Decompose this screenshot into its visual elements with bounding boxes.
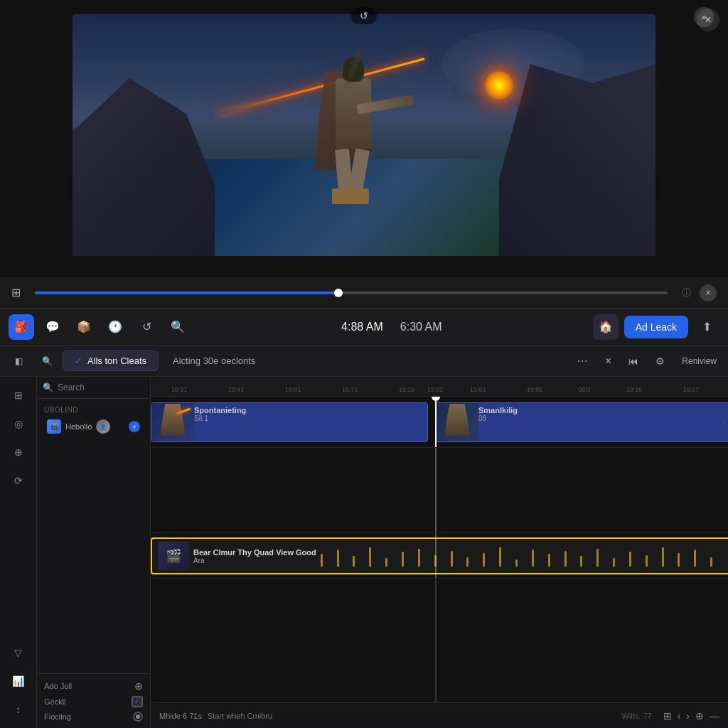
track-assets-icon[interactable]: ◧ bbox=[6, 348, 31, 374]
progress-handle[interactable] bbox=[334, 289, 343, 297]
geckll-label: Geckll bbox=[44, 697, 127, 706]
bottom-add-button[interactable]: ⊕ bbox=[695, 710, 704, 722]
track-search-bar: 🔍 bbox=[37, 377, 150, 399]
chat-icon-button[interactable]: 💬 bbox=[40, 314, 65, 340]
fiocling-label: Fiocling bbox=[44, 712, 129, 721]
grid-icon[interactable]: ⊞ bbox=[11, 286, 21, 299]
record-dot bbox=[136, 714, 140, 719]
sidebar-icon-cursor[interactable]: ↕ bbox=[6, 697, 31, 722]
playhead-2 bbox=[435, 448, 437, 532]
tabs-bar: ◧ 🔍 ✓ Alls ton Cleats Alcting 30e oeclon… bbox=[0, 346, 728, 377]
bottom-minus-button[interactable]: — bbox=[710, 710, 719, 722]
add-track-button[interactable]: Ad Leack bbox=[624, 316, 688, 338]
geckll-checkbox[interactable]: ✓ bbox=[132, 696, 143, 707]
progress-fill bbox=[35, 291, 338, 294]
preview-button[interactable]: Reniview bbox=[676, 353, 722, 369]
preview-top-controls: ↺ bbox=[351, 7, 377, 24]
track-list: Ubolind 🎬 Hebollo 👤 + bbox=[37, 399, 150, 673]
track-add-roll-row: Ado Joll ⊕ bbox=[44, 678, 143, 694]
sidebar-icon-refresh[interactable]: ⟳ bbox=[6, 468, 31, 493]
clip-subtitle-2: 08 bbox=[441, 414, 728, 422]
track-search-input[interactable] bbox=[58, 382, 164, 392]
track-add-button[interactable]: + bbox=[129, 421, 140, 432]
time-current: 4:88 AM bbox=[341, 321, 383, 333]
modal-close-button[interactable]: × bbox=[697, 9, 719, 31]
sidebar-icon-chart[interactable]: 📊 bbox=[6, 668, 31, 694]
video-controls-bar: ⊞ ⓘ × bbox=[0, 277, 728, 309]
empty-track-row-1 bbox=[151, 448, 728, 533]
fiocling-record[interactable] bbox=[133, 712, 143, 722]
refresh-icon-button[interactable]: ↺ bbox=[134, 314, 159, 340]
start-label: Start wheh Cmibru bbox=[208, 712, 616, 720]
audio-thumbnail: 🎬 bbox=[158, 542, 189, 570]
tabs-settings-button[interactable]: ⚙ bbox=[650, 353, 670, 370]
ruler-mark-5: 15:02 bbox=[427, 386, 444, 393]
audio-waveform bbox=[321, 545, 727, 567]
tab-check-icon: ✓ bbox=[75, 355, 82, 366]
tabs-prev-button[interactable]: ⏮ bbox=[623, 353, 644, 370]
progress-bar[interactable] bbox=[35, 291, 668, 294]
video-track-row: Spontanieting Sit 1 Smanlkilig 08 bbox=[151, 397, 728, 448]
bottom-next-button[interactable]: › bbox=[686, 710, 690, 722]
tab1-label: Alls ton Cleats bbox=[87, 355, 146, 366]
playhead-4 bbox=[435, 579, 437, 702]
ruler-mark-9: 10:16 bbox=[626, 386, 643, 393]
sidebar-icon-target[interactable]: ◎ bbox=[6, 411, 31, 437]
search-icon-button[interactable]: 🔍 bbox=[165, 314, 191, 340]
ruler-mark-3: 16:71 bbox=[342, 386, 358, 393]
bag-icon-button[interactable]: 🎒 bbox=[9, 314, 34, 340]
ruler-mark-1: 10:41 bbox=[228, 386, 245, 393]
track-group-video: Ubolind 🎬 Hebollo 👤 + bbox=[37, 402, 150, 441]
track-item-icon: 🎬 bbox=[47, 419, 61, 434]
info-icon: ⓘ bbox=[682, 287, 691, 299]
bottom-grid-button[interactable]: ⊞ bbox=[663, 710, 672, 722]
video-canvas bbox=[73, 14, 655, 256]
tab2-label: Alcting 30e oeclonts bbox=[173, 355, 255, 366]
package-icon-button[interactable]: 📦 bbox=[71, 314, 97, 340]
tab-search-icon[interactable]: 🔍 bbox=[34, 348, 60, 374]
audio-clip[interactable]: 🎬 Bear Clmur Thy Quad View Good Ara bbox=[151, 537, 728, 574]
track-item-hebollo[interactable]: 🎬 Hebollo 👤 + bbox=[44, 417, 143, 437]
clip-thumbnail-1 bbox=[151, 403, 194, 441]
editor-main: ⊞ ◎ ⊕ ⟳ ▽ 📊 ↕ 🔍 Ubolind 🎬 Hebollo 👤 + bbox=[0, 377, 728, 728]
video-clip-2[interactable]: Smanlkilig 08 bbox=[435, 402, 728, 442]
rock-right bbox=[499, 64, 655, 256]
add-roll-icon[interactable]: ⊕ bbox=[134, 680, 143, 692]
video-clip-1[interactable]: Spontanieting Sit 1 bbox=[151, 402, 428, 442]
track-panel: 🔍 Ubolind 🎬 Hebollo 👤 + Ado Joll ⊕ Gec bbox=[37, 377, 151, 728]
tab-alcting[interactable]: Alcting 30e oeclonts bbox=[161, 351, 267, 370]
bottom-time-label: Mhide 6 71s bbox=[159, 712, 202, 720]
energy-spark bbox=[485, 71, 513, 100]
timeline-area: 16:31 10:41 18:01 16:71 18:19 15:02 15:6… bbox=[151, 377, 728, 728]
sidebar-icon-filter[interactable]: ▽ bbox=[6, 640, 31, 665]
time-display: 4:88 AM 6:30 AM bbox=[341, 321, 441, 333]
bottom-prev-button[interactable]: ‹ bbox=[678, 710, 681, 722]
tabs-more-button[interactable]: ⋯ bbox=[571, 351, 594, 370]
clip-title-1: Spontanieting bbox=[157, 406, 422, 414]
clip-info-2: Smanlkilig 08 bbox=[436, 403, 728, 425]
ruler-mark-10: 18:27 bbox=[683, 386, 700, 393]
time-end: 6:30 AM bbox=[400, 321, 442, 333]
tabs-close-button[interactable]: × bbox=[599, 352, 617, 370]
rotate-icon[interactable]: ↺ bbox=[360, 10, 368, 21]
track-item-label: Hebollo bbox=[65, 422, 92, 431]
export-icon-button[interactable]: ⬆ bbox=[694, 314, 719, 340]
audio-track-row: 🎬 Bear Clmur Thy Quad View Good Ara bbox=[151, 533, 728, 579]
track-avatar: 👤 bbox=[96, 419, 110, 434]
sidebar-icon-search[interactable]: ⊕ bbox=[6, 439, 31, 465]
timeline-tracks[interactable]: Spontanieting Sit 1 Smanlkilig 08 bbox=[151, 397, 728, 702]
character-figure bbox=[307, 57, 421, 213]
tab-alls-ton-cleats[interactable]: ✓ Alls ton Cleats bbox=[63, 350, 159, 371]
audio-info: Bear Clmur Thy Quad View Good Ara bbox=[193, 548, 316, 564]
top-toolbar: 🎒 💬 📦 🕐 ↺ 🔍 4:88 AM 6:30 AM 🏠 Ad Leack ⬆ bbox=[0, 309, 728, 346]
controls-close-button[interactable]: × bbox=[700, 284, 717, 301]
clip-subtitle-1: Sit 1 bbox=[157, 414, 422, 422]
track-bottom-controls: Ado Joll ⊕ Geckll ✓ Fiocling bbox=[37, 673, 150, 728]
ruler-mark-8: 08:3 bbox=[578, 386, 591, 393]
home-icon-button[interactable]: 🏠 bbox=[593, 314, 619, 340]
sidebar-icon-grid[interactable]: ⊞ bbox=[6, 382, 31, 408]
ruler-mark-2: 18:01 bbox=[285, 386, 301, 393]
clock-icon-button[interactable]: 🕐 bbox=[102, 314, 128, 340]
clip-thumbnail-2 bbox=[436, 403, 478, 441]
ruler-mark-0: 16:31 bbox=[171, 386, 188, 393]
